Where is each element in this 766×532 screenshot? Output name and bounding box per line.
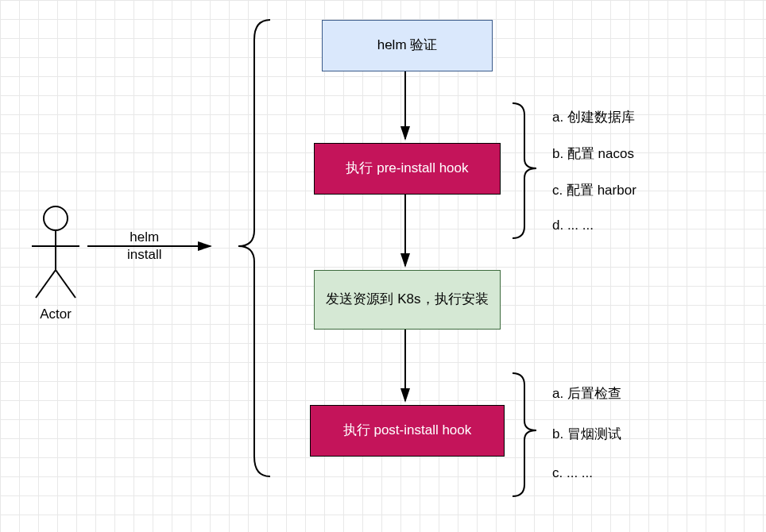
post-item-a: a. 后置检查 bbox=[552, 384, 621, 403]
step-send-to-k8s: 发送资源到 K8s，执行安装 bbox=[314, 270, 501, 330]
svg-line-4 bbox=[56, 270, 75, 298]
brace-pre bbox=[513, 103, 536, 238]
edge-label-helm-install: helm install bbox=[127, 229, 161, 264]
svg-line-3 bbox=[36, 270, 56, 298]
step-post-install-hook: 执行 post-install hook bbox=[310, 405, 505, 457]
brace-post bbox=[513, 373, 536, 496]
actor-icon bbox=[32, 206, 79, 298]
actor-label: Actor bbox=[32, 306, 79, 323]
pre-item-b: b. 配置 nacos bbox=[552, 145, 636, 163]
pre-item-c: c. 配置 harbor bbox=[552, 181, 636, 199]
pre-install-list: a. 创建数据库 b. 配置 nacos c. 配置 harbor d. ...… bbox=[552, 99, 636, 242]
post-item-b: b. 冒烟测试 bbox=[552, 425, 621, 443]
pre-item-d: d. ... ... bbox=[552, 218, 636, 233]
big-brace bbox=[238, 20, 270, 476]
pre-item-a: a. 创建数据库 bbox=[552, 108, 636, 126]
post-install-list: a. 后置检查 b. 冒烟测试 c. ... ... bbox=[552, 373, 621, 492]
svg-point-0 bbox=[44, 206, 68, 230]
step-pre-install-hook: 执行 pre-install hook bbox=[314, 143, 501, 195]
step-helm-verify: helm 验证 bbox=[322, 20, 493, 71]
post-item-c: c. ... ... bbox=[552, 465, 621, 481]
